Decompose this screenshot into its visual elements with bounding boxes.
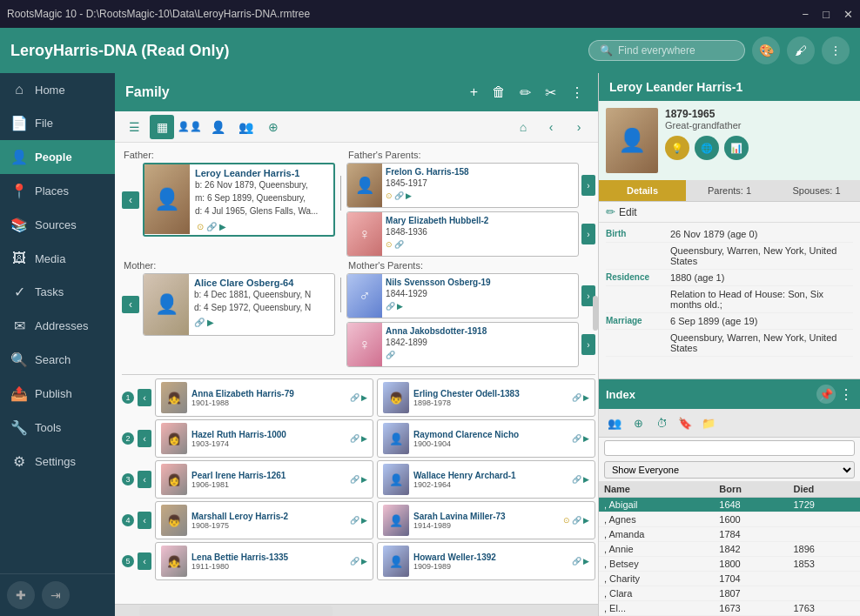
sidebar-item-sources[interactable]: 📚 Sources (0, 208, 115, 242)
sidebar-item-publish[interactable]: 📤 Publish (0, 377, 115, 411)
index-filter-select[interactable]: Show Everyone (604, 461, 855, 479)
rp-icon-web[interactable]: 🌐 (695, 136, 719, 160)
index-tb-icon2[interactable]: ⊕ (628, 412, 648, 433)
child-row: 3‹👩Pearl Irene Harris-12611906-1981🔗▶👤Wa… (122, 460, 595, 499)
mf-card[interactable]: ♂ Nils Svensson Osberg-19 1844-1929 🔗 ▶ (346, 273, 579, 318)
emoji-icon-button[interactable]: 🎨 (752, 37, 780, 64)
minimize-button[interactable]: − (803, 8, 810, 21)
tab-parents[interactable]: Parents: 1 (686, 180, 773, 201)
edit-label[interactable]: Edit (619, 206, 637, 218)
split-button[interactable]: ✂ (541, 83, 560, 103)
child-card[interactable]: 👩Hazel Ruth Harris-10001903-1974🔗▶ (155, 419, 373, 458)
sidebar-item-home[interactable]: ⌂ Home (0, 73, 115, 106)
spouse-card[interactable]: 👤Howard Weller-13921909-1989🔗▶ (377, 542, 595, 580)
sidebar-item-media[interactable]: 🖼 Media (0, 242, 115, 275)
sidebar-item-places[interactable]: 📍 Places (0, 174, 115, 208)
view-list-icon[interactable]: ☰ (122, 115, 146, 139)
child-card[interactable]: 👩Pearl Irene Harris-12611906-1981🔗▶ (155, 460, 373, 499)
window-controls[interactable]: − □ ✕ (803, 8, 853, 21)
sidebar-item-tasks[interactable]: ✓ Tasks (0, 275, 115, 309)
titlebar: RootsMagic 10 - D:\RootsMagic-10\Data\Le… (0, 0, 860, 28)
mm-card[interactable]: ♀ Anna Jakobsdotter-1918 1842-1899 🔗 (346, 322, 579, 367)
mother-label: Mother: (122, 260, 335, 271)
view-map-icon[interactable]: ⊕ (261, 115, 286, 139)
tab-details[interactable]: Details (599, 180, 686, 201)
maximize-button[interactable]: □ (823, 8, 830, 21)
fact-birth-place-row: Queensbury, Warren, New York, United Sta… (606, 243, 853, 270)
table-row[interactable]: , Agnes1600 (599, 512, 860, 527)
rp-icon-chart[interactable]: 📊 (724, 136, 749, 160)
ff-card[interactable]: 👤 Frelon G. Harris-158 1845-1917 ⊙ 🔗 ▶ (346, 163, 579, 208)
home-nav-icon[interactable]: ⌂ (511, 115, 535, 139)
brush-icon-button[interactable]: 🖌 (787, 37, 815, 64)
child-nav-left[interactable]: ‹ (138, 430, 151, 447)
index-pin-icon[interactable]: 📌 (816, 385, 836, 404)
fm-nav-right[interactable]: › (581, 224, 595, 244)
table-row[interactable]: , Charity1704 (599, 572, 860, 586)
view-pedigree-icon[interactable]: 👤👤 (178, 115, 202, 139)
right-person-years: 1879-1965 (665, 108, 749, 120)
father-label: Father: (122, 150, 335, 160)
find-everywhere-input[interactable] (618, 44, 740, 57)
child-nav-left[interactable]: ‹ (138, 389, 151, 406)
father-nav-left[interactable]: ‹ (122, 191, 139, 209)
search-box[interactable]: 🔍 (588, 40, 745, 61)
index-tb-icon4[interactable]: 🔖 (675, 412, 695, 433)
index-tb-icon3[interactable]: ⏱ (651, 412, 672, 433)
table-row[interactable]: , Clara1807 (599, 586, 860, 601)
table-row[interactable]: , Amanda1784 (599, 527, 860, 542)
main-area: ⌂ Home 📄 File 👤 People 📍 Places 📚 Source… (0, 73, 860, 616)
sidebar-item-search[interactable]: 🔍 Search (0, 343, 115, 377)
forward-nav-button[interactable]: › (567, 115, 591, 139)
panel-menu-button[interactable]: ⋮ (567, 83, 588, 103)
view-descendants-icon[interactable]: 👥 (233, 115, 258, 139)
child-nav-left[interactable]: ‹ (138, 552, 151, 570)
spouse-card[interactable]: 👤Raymond Clarence Nicho1900-1904🔗▶ (377, 419, 595, 458)
family-tree-content[interactable]: Father: ‹ 👤 Leroy Leander Harris-1 (115, 143, 598, 604)
sidebar-item-file[interactable]: 📄 File (0, 106, 115, 140)
back-nav-button[interactable]: ‹ (539, 115, 563, 139)
tab-spouses[interactable]: Spouses: 1 (773, 180, 860, 201)
index-search-input[interactable] (604, 440, 855, 456)
index-menu-icon[interactable]: ⋮ (839, 386, 853, 403)
menu-icon-button[interactable]: ⋮ (822, 37, 850, 64)
sidebar-item-tools[interactable]: 🔧 Tools (0, 411, 115, 445)
spouse-card[interactable]: 👦Erling Chester Odell-13831898-1978🔗▶ (377, 378, 595, 417)
child-nav-left[interactable]: ‹ (138, 512, 151, 529)
spouse-card[interactable]: 👤Sarah Lavina Miller-731914-1989⊙🔗▶ (377, 501, 595, 539)
mother-card[interactable]: 👤 Alice Clare Osberg-64 b: 4 Dec 1881, Q… (143, 273, 335, 336)
rp-icon-hint[interactable]: 💡 (665, 136, 689, 160)
delete-button[interactable]: 🗑 (488, 83, 509, 102)
fm-card[interactable]: ♀ Mary Elizabeth Hubbell-2 1848-1936 ⊙ 🔗 (346, 211, 579, 257)
mf-name: Nils Svensson Osberg-19 (386, 278, 574, 287)
table-row[interactable]: , Abigail16481729 (599, 498, 860, 512)
sidebar-bottom-icon2[interactable]: ⇥ (42, 581, 70, 609)
table-row[interactable]: , Betsey18001853 (599, 557, 860, 572)
index-tb-icon5[interactable]: 📁 (698, 412, 719, 433)
table-row[interactable]: , El...16731763 (599, 601, 860, 616)
family-panel-actions: + 🗑 ✏ ✂ ⋮ (467, 83, 588, 103)
facts-scrollbar[interactable] (593, 296, 598, 331)
sidebar-item-settings[interactable]: ⚙ Settings (0, 445, 115, 479)
view-person-icon[interactable]: 👤 (205, 115, 230, 139)
child-card[interactable]: 👦Marshall Leroy Harris-21908-1975🔗▶ (155, 501, 373, 539)
spouse-card[interactable]: 👤Wallace Henry Archard-11902-1964🔗▶ (377, 460, 595, 499)
mother-nav-left[interactable]: ‹ (122, 296, 139, 313)
child-nav-left[interactable]: ‹ (138, 471, 151, 488)
view-family-icon[interactable]: ▦ (150, 115, 174, 139)
sidebar-item-addresses[interactable]: ✉ Addresses (0, 309, 115, 343)
index-tb-icon1[interactable]: 👥 (604, 412, 625, 433)
horizontal-scrollbar[interactable] (115, 604, 598, 616)
add-person-button[interactable]: + (467, 83, 481, 102)
sidebar-bottom-icon1[interactable]: ✚ (7, 581, 35, 609)
father-card[interactable]: 👤 Leroy Leander Harris-1 b: 26 Nov 1879,… (143, 163, 335, 237)
children-section: 1‹👧Anna Elizabeth Harris-791901-1988🔗▶👦E… (122, 374, 595, 580)
ff-nav-right[interactable]: › (581, 175, 595, 196)
child-card[interactable]: 👧Lena Bettie Harris-13351911-1980🔗▶ (155, 542, 373, 580)
edit-button[interactable]: ✏ (516, 83, 534, 103)
sidebar-item-people[interactable]: 👤 People (0, 140, 115, 174)
table-row[interactable]: , Annie18421896 (599, 542, 860, 557)
child-card[interactable]: 👧Anna Elizabeth Harris-791901-1988🔗▶ (155, 378, 373, 417)
mm-nav-right[interactable]: › (581, 334, 595, 355)
close-button[interactable]: ✕ (843, 8, 853, 21)
